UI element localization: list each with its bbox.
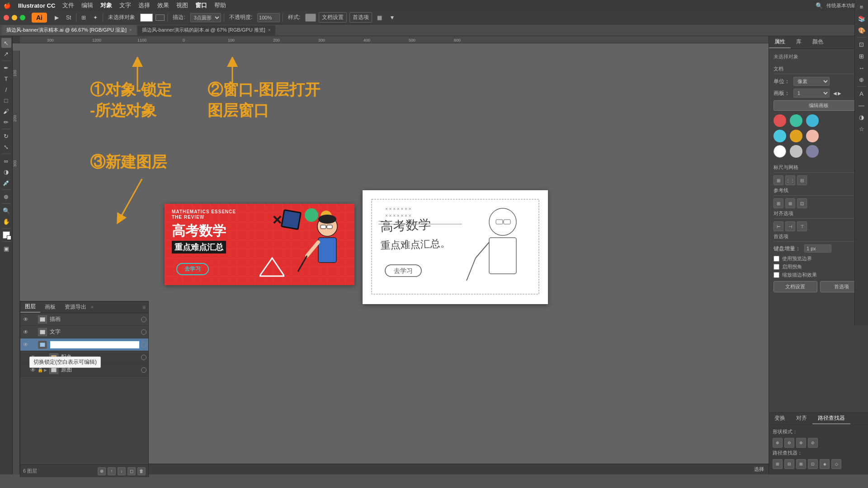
blend-tool[interactable]: ∞ (1, 156, 11, 166)
layer-move-btn[interactable]: ↑ (108, 467, 116, 475)
layers-tab[interactable]: 图层 (20, 301, 40, 313)
close-button[interactable] (4, 15, 9, 20)
color-cyan[interactable] (774, 130, 786, 142)
guide-btn-3[interactable]: ⊡ (797, 198, 807, 208)
doc-settings-btn[interactable]: 文档设置 (319, 12, 347, 23)
pathfinder-icon[interactable]: ⊕ (857, 75, 867, 84)
color-gray[interactable] (790, 145, 802, 158)
layer-yuantu-arrow[interactable]: ▶ (44, 368, 47, 372)
menu-text[interactable]: 文字 (119, 1, 131, 9)
zoom-tool[interactable]: 🔍 (1, 206, 11, 216)
artboard-icon[interactable]: ⊡ (857, 39, 867, 49)
stroke-color[interactable] (140, 14, 153, 22)
layer-wenzi-eye[interactable]: 👁 (22, 329, 29, 335)
align-right[interactable]: ⊤ (797, 221, 807, 231)
layer-row-wenzi[interactable]: 👁 文字 (20, 326, 148, 338)
menu-help[interactable]: 帮助 (214, 1, 226, 9)
color-purple[interactable] (806, 145, 819, 158)
direct-select-tool[interactable]: ↗ (1, 49, 11, 59)
text-tool[interactable]: T (1, 74, 11, 84)
align-tab[interactable]: 对齐 (791, 413, 812, 424)
fill-color[interactable] (3, 231, 10, 239)
color-blue[interactable] (806, 114, 819, 127)
search-icon[interactable]: 🔍 (816, 2, 823, 9)
library-tab[interactable]: 库 (791, 36, 807, 48)
shape-intersect[interactable]: ⊗ (796, 438, 806, 448)
shape-minus[interactable]: ⊖ (784, 438, 794, 448)
layer-active-name-input[interactable] (50, 341, 140, 349)
menu-edit[interactable]: 编辑 (81, 1, 93, 9)
align-btn-1[interactable]: ⊞ (774, 175, 783, 185)
toolbar-btn2[interactable]: St (64, 14, 73, 22)
arrange-arrow[interactable]: ▼ (387, 14, 397, 22)
color-teal[interactable] (790, 114, 802, 127)
panel-collapse[interactable]: » (91, 305, 94, 310)
menu-object[interactable]: 对象 (100, 1, 112, 9)
color-icon[interactable]: 🎨 (857, 25, 867, 35)
edit-board-btn[interactable]: 编辑画板 (774, 100, 863, 111)
layer-down-btn[interactable]: ↓ (118, 467, 126, 475)
pathfinder-tab[interactable]: 路径查找器 (812, 413, 850, 424)
panel-close[interactable]: ≡ (142, 304, 146, 310)
pencil-tool[interactable]: ✏ (1, 117, 11, 127)
tab-2[interactable]: 插边风-banner演示稿的副本.ai @ 67% [RGB/GPU 推览] × (137, 25, 275, 35)
tab-1-close[interactable]: × (129, 28, 132, 33)
maximize-button[interactable] (20, 15, 25, 20)
properties-tab[interactable]: 属性 (769, 36, 791, 48)
select-tool[interactable]: ↖ (1, 38, 11, 48)
pf-btn-2[interactable]: ⊟ (784, 459, 794, 469)
arrange-btn[interactable]: ▦ (375, 14, 384, 22)
scale-tool[interactable]: ⤡ (1, 142, 11, 152)
menu-effect[interactable]: 效果 (157, 1, 169, 9)
toolbar-btn1[interactable]: ▶ (52, 14, 61, 22)
boards-tab[interactable]: 画板 (40, 301, 60, 313)
preferences-btn[interactable]: 首选项 (349, 12, 372, 23)
layer-row-active[interactable]: 👁 (20, 338, 148, 351)
toolbar-btn3[interactable]: ⊞ (79, 14, 88, 22)
export-tab[interactable]: 资源导出 (60, 301, 91, 313)
kbd-increment-input[interactable] (804, 244, 831, 253)
layer-delete-btn[interactable]: 🗑 (137, 467, 146, 475)
traditional-functions[interactable]: 传统基本功能 (826, 2, 856, 9)
quick-doc-settings[interactable]: 文档设置 (774, 281, 817, 292)
color-tab[interactable]: 颜色 (807, 36, 829, 48)
properties-icon[interactable]: ≡ (857, 2, 867, 12)
unit-select[interactable]: 像素 (793, 77, 830, 86)
board-prev[interactable]: ◀ (833, 91, 837, 96)
stroke-fill[interactable] (156, 14, 165, 21)
toolbar-btn4[interactable]: ✦ (91, 14, 100, 22)
banner-btn[interactable]: 去学习 (176, 263, 209, 275)
shape-exclude[interactable]: ⊘ (808, 438, 818, 448)
color-peach[interactable] (806, 130, 819, 142)
transform-icon[interactable]: ↔ (857, 63, 867, 73)
align-left[interactable]: ⊢ (774, 221, 783, 231)
gradient-tool[interactable]: ◑ (1, 167, 11, 177)
tab-1[interactable]: 插边风-banner演示精本.ai @ 66.67% [RGB/GPU 渲染] … (2, 25, 137, 35)
preview-bounds-check[interactable] (774, 256, 779, 262)
char-icon[interactable]: A (857, 89, 867, 99)
layer-row-huihua[interactable]: 👁 描画 (20, 313, 148, 326)
snap-effects-check[interactable] (774, 272, 779, 278)
rotate-tool[interactable]: ↻ (1, 131, 11, 141)
hand-tool[interactable]: ✋ (1, 216, 11, 226)
appear-icon[interactable]: ☆ (857, 124, 867, 134)
board-next[interactable]: ▶ (838, 91, 841, 96)
apple-menu[interactable]: 🍎 (4, 2, 11, 9)
menu-file[interactable]: 文件 (62, 1, 74, 9)
stroke-icon[interactable]: — (857, 100, 867, 110)
align-icon[interactable]: ⊞ (857, 51, 867, 61)
align-center-v[interactable]: ⊣ (785, 221, 795, 231)
screen-mode[interactable]: ▣ (1, 244, 11, 253)
pf-btn-5[interactable]: ◈ (820, 459, 830, 469)
style-swatch[interactable] (305, 14, 316, 22)
layer-active-eye[interactable]: 👁 (22, 342, 29, 348)
gradient-icon[interactable]: ◑ (857, 112, 867, 122)
tab-2-close[interactable]: × (268, 28, 271, 33)
paintbrush-tool[interactable]: 🖌 (1, 106, 11, 116)
color-orange[interactable] (790, 130, 802, 142)
board-select[interactable]: 1 (793, 89, 830, 98)
menu-select[interactable]: 选择 (138, 1, 150, 9)
pf-btn-3[interactable]: ⊠ (796, 459, 806, 469)
minimize-button[interactable] (12, 15, 17, 20)
shape-unite[interactable]: ⊕ (773, 438, 783, 448)
